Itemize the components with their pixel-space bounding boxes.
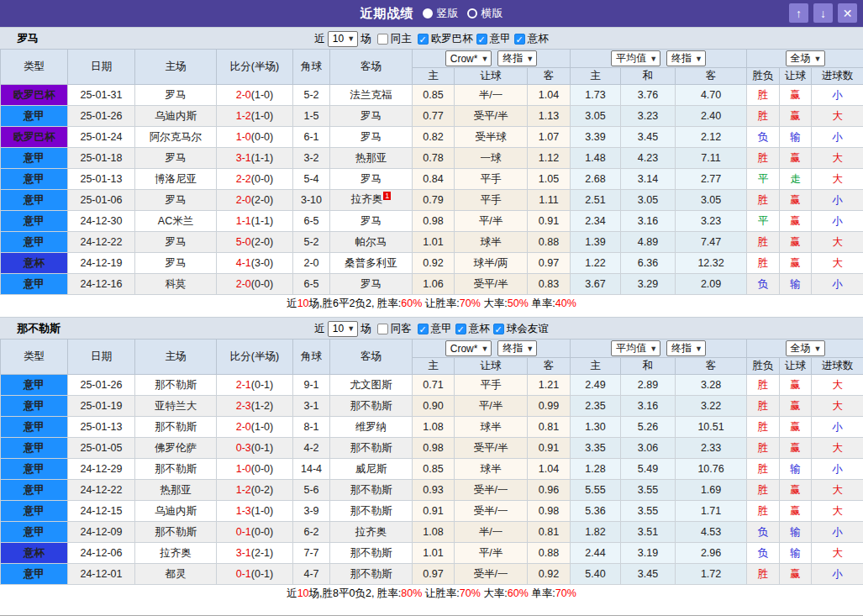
cell-away-team: 罗马 [330,106,413,127]
sub-header-avg-home: 主 [571,358,621,375]
final-odds-select[interactable]: 终指▼ [497,50,537,66]
layout-radio-vertical[interactable]: 竖版 [423,6,459,21]
chevron-down-icon: ▼ [347,34,355,43]
league-checkbox[interactable]: ✓意杯 [455,322,490,336]
cell-avg-draw-odds: 3.51 [621,522,676,543]
cell-date: 24-12-22 [68,480,135,501]
cell-result-handicap: 输 [780,127,812,148]
cell-away-team: 那不勒斯 [330,543,413,564]
cell-score: 5-0(2-0) [217,232,293,253]
cell-result-handicap: 赢 [780,232,812,253]
result-header: 全场▼ [747,50,863,68]
cell-handicap-line: 平/半 [455,211,528,232]
cell-avg-away-odds: 2.09 [676,274,747,295]
handicap-odds-header: Crow*▼ 终指▼ [413,340,571,358]
checked-checkbox-icon[interactable]: ✓ [455,324,466,334]
cell-date: 24-12-29 [68,459,135,480]
final-odds-select-2[interactable]: 终指▼ [666,50,706,66]
cell-result-handicap: 输 [780,522,812,543]
average-select[interactable]: 平均值▼ [611,50,660,66]
cell-avg-draw-odds: 5.26 [621,417,676,438]
cell-handicap-away-odds: 1.13 [528,106,571,127]
cell-away-team: 法兰克福 [330,85,413,106]
match-row: 意甲24-12-22热那亚1-2(0-2)5-6那不勒斯0.93受半/一0.96… [1,480,863,501]
cell-result-goals: 大 [812,106,863,127]
close-button[interactable]: ✕ [838,3,857,23]
same-venue-checkbox[interactable]: 同客 [377,322,412,336]
summary-stat-value: 50% [508,297,529,309]
cell-away-team: 尤文图斯 [330,375,413,396]
layout-radio-horizontal[interactable]: 横版 [467,6,503,21]
match-count-select[interactable]: 10▼ [328,321,358,337]
cell-away-team: 维罗纳 [330,417,413,438]
cell-avg-away-odds: 10.51 [676,417,747,438]
cell-corners: 6-2 [293,522,330,543]
cell-result-goals: 小 [812,522,863,543]
cell-date: 24-12-09 [68,522,135,543]
league-checkbox[interactable]: ✓欧罗巴杯 [418,32,473,46]
cell-away-team: 罗马 [330,211,413,232]
cell-handicap-line: 平/半 [455,543,528,564]
same-venue-checkbox[interactable]: 同主 [377,32,412,46]
checked-checkbox-icon[interactable]: ✓ [493,324,504,334]
cell-away-team: 那不勒斯 [330,396,413,417]
cell-avg-draw-odds: 3.45 [621,564,676,585]
radio-selected-icon[interactable] [423,8,433,18]
cell-result-wdl: 平 [747,169,780,190]
final-odds-select-2[interactable]: 终指▼ [666,340,706,356]
league-checkbox[interactable]: ✓意甲 [476,32,511,46]
cell-date: 25-01-18 [68,148,135,169]
cell-home-team: 科莫 [135,274,217,295]
team-section-napoli: 那不勒斯 近 10▼ 场 同客 ✓意甲✓意杯✓球会友谊 类型 [0,317,863,603]
unchecked-checkbox-icon[interactable] [377,34,388,45]
radio-unselected-icon[interactable] [467,8,477,18]
league-checkbox[interactable]: ✓球会友谊 [493,322,549,336]
cell-score: 1-2(1-0) [217,106,293,127]
cell-away-team: 那不勒斯 [330,501,413,522]
cell-avg-away-odds: 12.32 [676,253,747,274]
cell-result-handicap: 赢 [780,480,812,501]
checked-checkbox-icon[interactable]: ✓ [476,34,487,45]
cell-score: 0-3(0-1) [217,438,293,459]
radio-vertical-label: 竖版 [437,6,459,21]
sub-header-wdl: 胜负 [747,68,780,85]
cell-avg-home-odds: 2.35 [571,396,621,417]
cell-date: 24-12-22 [68,232,135,253]
cell-handicap-home-odds: 0.71 [413,375,455,396]
cell-result-goals: 大 [812,375,863,396]
cell-handicap-home-odds: 0.98 [413,438,455,459]
cell-avg-draw-odds: 4.89 [621,232,676,253]
league-checkbox[interactable]: ✓意杯 [514,32,549,46]
move-down-button[interactable]: ↓ [813,3,833,23]
cell-avg-away-odds: 1.69 [676,480,747,501]
scope-select[interactable]: 全场▼ [786,50,825,66]
checked-checkbox-icon[interactable]: ✓ [418,34,429,45]
games-label: 场 [360,322,371,336]
match-count-select[interactable]: 10▼ [328,31,358,47]
final-odds-select[interactable]: 终指▼ [497,340,537,356]
cell-handicap-home-odds: 1.01 [413,543,455,564]
cell-corners: 8-1 [293,417,330,438]
move-up-button[interactable]: ↑ [789,3,808,23]
match-row: 意甲25-01-19亚特兰大2-3(1-2)3-1那不勒斯0.90平/半0.99… [1,396,863,417]
cell-handicap-away-odds: 1.04 [528,85,571,106]
cell-result-handicap: 输 [780,543,812,564]
odds-company-select[interactable]: Crow*▼ [445,50,492,66]
summary-line: 近10场,胜8平0负2, 胜率:80% 让胜率:70% 大率:60% 单率:70… [0,585,863,603]
odds-company-select[interactable]: Crow*▼ [445,340,492,356]
cell-result-handicap: 赢 [780,253,812,274]
matches-tbody: 欧罗巴杯25-01-31罗马2-0(1-0)5-2法兰克福0.85半/一1.04… [1,85,863,295]
cell-result-goals: 大 [812,253,863,274]
scope-select[interactable]: 全场▼ [786,340,825,356]
team-section-roma: 罗马 近 10▼ 场 同主 ✓欧罗巴杯✓意甲✓意杯 类型 [0,27,863,313]
cell-avg-home-odds: 5.55 [571,480,621,501]
average-select[interactable]: 平均值▼ [611,340,660,356]
league-checkbox[interactable]: ✓意甲 [418,322,452,336]
checked-checkbox-icon[interactable]: ✓ [514,34,525,45]
cell-handicap-away-odds: 0.81 [528,417,571,438]
cell-date: 25-01-31 [68,85,135,106]
checked-checkbox-icon[interactable]: ✓ [418,324,429,334]
unchecked-checkbox-icon[interactable] [377,324,388,334]
cell-avg-away-odds: 3.05 [676,190,747,211]
match-row: 意甲25-01-26那不勒斯2-1(0-1)9-1尤文图斯0.71平手1.212… [1,375,863,396]
